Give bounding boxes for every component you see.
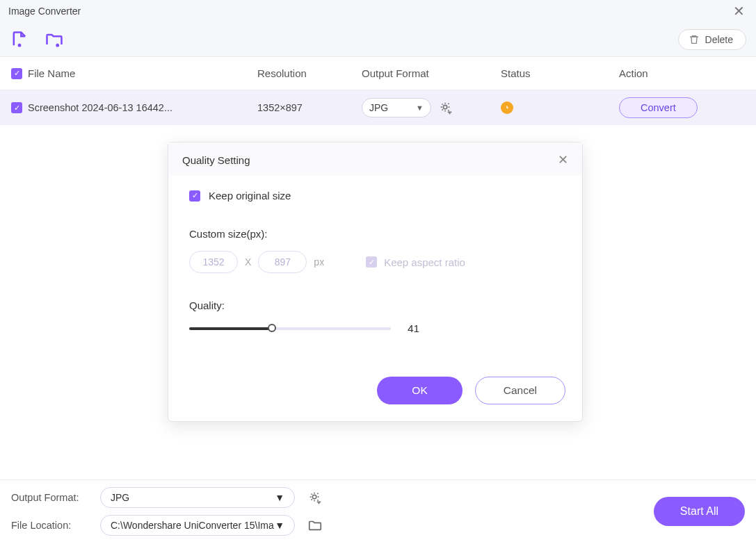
file-resolution: 1352×897 bbox=[257, 102, 362, 113]
output-format-value: JPG bbox=[111, 492, 129, 503]
open-folder-icon[interactable] bbox=[307, 518, 323, 533]
col-action: Action bbox=[619, 67, 745, 79]
keep-original-checkbox[interactable]: ✓ bbox=[189, 190, 200, 202]
px-label: px bbox=[314, 256, 324, 268]
chevron-down-icon: ▼ bbox=[416, 104, 424, 112]
x-separator: X bbox=[245, 256, 251, 268]
keep-original-label: Keep original size bbox=[209, 190, 291, 202]
convert-button[interactable]: Convert bbox=[619, 97, 698, 118]
col-name: File Name bbox=[28, 67, 257, 79]
close-icon[interactable]: ✕ bbox=[730, 3, 748, 19]
chevron-down-icon: ▼ bbox=[275, 492, 284, 503]
svg-point-1 bbox=[312, 495, 316, 499]
aspect-ratio-checkbox[interactable]: ✓ bbox=[366, 256, 377, 268]
file-location-value: C:\Wondershare UniConverter 15\Ima bbox=[111, 520, 274, 531]
col-status: Status bbox=[501, 67, 619, 79]
quality-value: 41 bbox=[408, 322, 419, 335]
status-pending-icon bbox=[501, 101, 513, 114]
quality-slider[interactable] bbox=[189, 327, 391, 330]
quality-setting-dialog: Quality Setting ✕ ✓ Keep original size C… bbox=[168, 142, 583, 422]
select-all-checkbox[interactable]: ✓ bbox=[11, 68, 22, 79]
row-checkbox[interactable]: ✓ bbox=[11, 102, 22, 113]
file-location-select[interactable]: C:\Wondershare UniConverter 15\Ima ▼ bbox=[100, 515, 295, 536]
height-input[interactable] bbox=[258, 251, 307, 273]
svg-point-0 bbox=[443, 105, 447, 109]
add-file-icon[interactable] bbox=[10, 30, 29, 49]
col-resolution: Resolution bbox=[257, 67, 362, 79]
slider-thumb[interactable] bbox=[268, 324, 276, 332]
delete-label: Delete bbox=[705, 34, 733, 45]
window-title: Image Converter bbox=[8, 6, 81, 17]
col-format: Output Format bbox=[362, 67, 501, 79]
settings-icon[interactable] bbox=[438, 100, 453, 115]
table-header: ✓ File Name Resolution Output Format Sta… bbox=[0, 57, 756, 90]
slider-fill bbox=[189, 327, 272, 330]
format-value: JPG bbox=[369, 102, 388, 113]
titlebar: Image Converter ✕ bbox=[0, 0, 756, 22]
dialog-title: Quality Setting bbox=[182, 154, 250, 166]
output-settings-icon[interactable] bbox=[307, 490, 323, 505]
aspect-ratio-label: Keep aspect ratio bbox=[384, 256, 465, 268]
output-format-select[interactable]: JPG ▼ bbox=[100, 487, 295, 508]
ok-button[interactable]: OK bbox=[377, 377, 462, 404]
output-format-label: Output Format: bbox=[11, 492, 88, 503]
file-location-label: File Location: bbox=[11, 520, 88, 531]
delete-button[interactable]: Delete bbox=[678, 29, 746, 50]
start-all-button[interactable]: Start All bbox=[654, 497, 745, 526]
format-select[interactable]: JPG ▼ bbox=[362, 98, 431, 117]
dialog-close-icon[interactable]: ✕ bbox=[558, 152, 568, 167]
bottom-bar: Output Format: JPG ▼ File Location: C:\W… bbox=[0, 479, 756, 542]
cancel-button[interactable]: Cancel bbox=[475, 377, 565, 404]
chevron-down-icon: ▼ bbox=[275, 520, 284, 531]
add-folder-icon[interactable] bbox=[45, 30, 64, 49]
file-name: Screenshot 2024-06-13 16442... bbox=[28, 102, 257, 113]
toolbar: Delete bbox=[0, 22, 756, 57]
trash-icon bbox=[689, 34, 700, 45]
quality-label: Quality: bbox=[189, 299, 561, 311]
table-row: ✓ Screenshot 2024-06-13 16442... 1352×89… bbox=[0, 90, 756, 125]
width-input[interactable] bbox=[189, 251, 238, 273]
custom-size-label: Custom size(px): bbox=[189, 228, 561, 240]
